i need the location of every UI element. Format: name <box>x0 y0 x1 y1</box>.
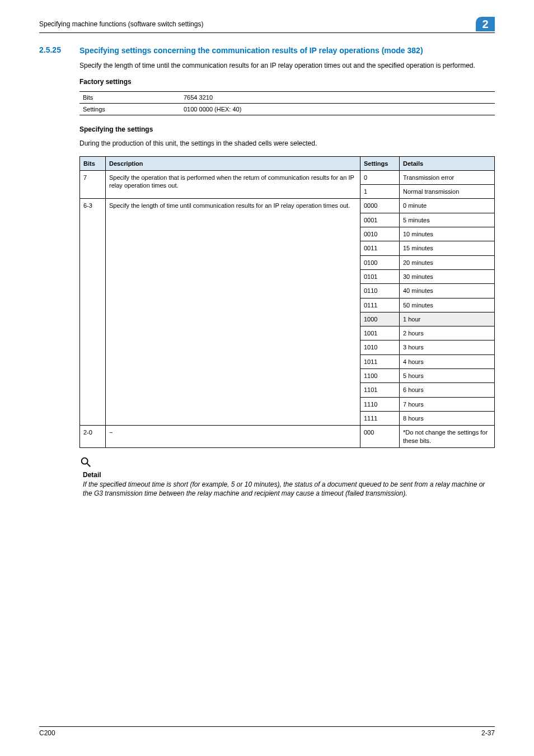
table-row: Settings 0100 0000 (HEX: 40) <box>79 104 495 115</box>
cell-det: Normal transmission <box>400 185 495 199</box>
cell-set: 1100 <box>360 369 400 383</box>
cell-det: 2 hours <box>400 326 495 340</box>
cell-set: 1111 <box>360 411 400 425</box>
cell-set: 0001 <box>360 213 400 227</box>
table-row: 6-3 Specify the length of time until com… <box>80 199 495 213</box>
cell-det: 30 minutes <box>400 269 495 283</box>
chapter-badge: 2 <box>476 17 495 31</box>
factory-val: 7654 3210 <box>180 92 495 104</box>
cell-det: Transmission error <box>400 170 495 184</box>
cell-set: 0010 <box>360 227 400 241</box>
factory-val: 0100 0000 (HEX: 40) <box>180 104 495 115</box>
cell-set: 0 <box>360 170 400 184</box>
specifying-note: During the production of this unit, the … <box>79 139 495 148</box>
svg-line-1 <box>87 464 91 467</box>
section-title: Specifying settings concerning the commu… <box>79 45 495 55</box>
cell-set: 000 <box>360 426 400 448</box>
cell-det: 4 hours <box>400 354 495 368</box>
cell-set: 0110 <box>360 284 400 298</box>
col-det: Details <box>400 156 495 170</box>
cell-det: 20 minutes <box>400 255 495 269</box>
page-header: Specifying machine functions (software s… <box>39 17 495 33</box>
cell-det: 7 hours <box>400 397 495 411</box>
cell-bits: 6-3 <box>80 199 106 426</box>
cell-set: 1101 <box>360 383 400 397</box>
footer-right: 2-37 <box>481 729 495 737</box>
col-set: Settings <box>360 156 400 170</box>
cell-set: 0100 <box>360 255 400 269</box>
section-number: 2.5.25 <box>39 45 79 498</box>
cell-set: 1010 <box>360 340 400 354</box>
breadcrumb: Specifying machine functions (software s… <box>39 17 203 28</box>
cell-set: 0000 <box>360 199 400 213</box>
cell-det: 10 minutes <box>400 227 495 241</box>
page-footer: C200 2-37 <box>39 726 495 737</box>
cell-set: 1110 <box>360 397 400 411</box>
footer-left: C200 <box>39 729 55 737</box>
cell-set: 1 <box>360 185 400 199</box>
cell-det: 8 hours <box>400 411 495 425</box>
cell-set: 1000 <box>360 312 400 326</box>
cell-det: 3 hours <box>400 340 495 354</box>
col-desc: Description <box>106 156 360 170</box>
cell-det: 40 minutes <box>400 284 495 298</box>
factory-table: Bits 7654 3210 Settings 0100 0000 (HEX: … <box>79 91 495 115</box>
detail-label: Detail <box>83 471 495 479</box>
spec-table: Bits Description Settings Details 7 Spec… <box>79 156 495 448</box>
cell-det: 50 minutes <box>400 298 495 312</box>
detail-text: If the specified timeout time is short (… <box>83 480 495 498</box>
cell-desc: Specify the operation that is performed … <box>106 170 360 199</box>
section-intro: Specify the length of time until the com… <box>79 61 495 70</box>
cell-det: 1 hour <box>400 312 495 326</box>
table-row: Bits 7654 3210 <box>79 92 495 104</box>
cell-det: 5 hours <box>400 369 495 383</box>
cell-det: 0 minute <box>400 199 495 213</box>
cell-det: 15 minutes <box>400 241 495 255</box>
svg-point-0 <box>82 458 88 464</box>
cell-set: 0011 <box>360 241 400 255</box>
factory-key: Settings <box>79 104 180 115</box>
cell-desc: Specify the length of time until communi… <box>106 199 360 426</box>
cell-desc: − <box>106 426 360 448</box>
magnifier-icon <box>79 456 92 470</box>
cell-set: 1001 <box>360 326 400 340</box>
table-row: 7 Specify the operation that is performe… <box>80 170 495 184</box>
detail-block: Detail If the specified timeout time is … <box>79 456 495 498</box>
specifying-heading: Specifying the settings <box>79 125 495 133</box>
cell-bits: 2-0 <box>80 426 106 448</box>
col-bits: Bits <box>80 156 106 170</box>
cell-bits: 7 <box>80 170 106 199</box>
cell-set: 0101 <box>360 269 400 283</box>
cell-det: 6 hours <box>400 383 495 397</box>
cell-set: 0111 <box>360 298 400 312</box>
cell-det: *Do not change the settings for these bi… <box>400 426 495 448</box>
cell-set: 1011 <box>360 354 400 368</box>
factory-key: Bits <box>79 92 180 104</box>
table-row: 2-0 − 000 *Do not change the settings fo… <box>80 426 495 448</box>
table-header-row: Bits Description Settings Details <box>80 156 495 170</box>
factory-heading: Factory settings <box>79 78 495 86</box>
cell-det: 5 minutes <box>400 213 495 227</box>
